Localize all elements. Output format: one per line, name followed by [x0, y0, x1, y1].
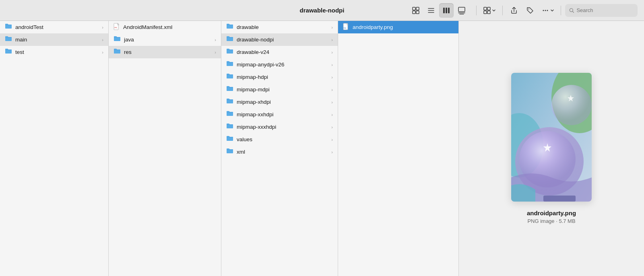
chevron-icon: › — [331, 87, 333, 92]
svg-text:PNG: PNG — [344, 27, 346, 29]
file-row[interactable]: res› — [109, 46, 221, 58]
svg-rect-35 — [543, 196, 576, 202]
folder-icon — [226, 48, 233, 56]
file-name: androidTest — [15, 24, 100, 30]
titlebar: drawable-nodpi — [0, 0, 644, 21]
svg-rect-16 — [487, 11, 490, 14]
file-row[interactable]: PNG androidparty.png — [338, 21, 458, 33]
chevron-icon: › — [102, 25, 103, 30]
file-row[interactable]: drawable-nodpi› — [221, 33, 338, 46]
folder-icon — [226, 23, 233, 31]
file-row[interactable]: java› — [109, 33, 221, 46]
svg-rect-13 — [484, 7, 487, 10]
svg-rect-10 — [458, 7, 465, 12]
view-gallery-button[interactable] — [454, 3, 469, 18]
tag-button[interactable] — [523, 3, 537, 18]
svg-point-32 — [551, 85, 592, 125]
svg-rect-9 — [448, 8, 450, 13]
file-name: mipmap-mdpi — [237, 87, 330, 93]
search-input[interactable] — [576, 7, 634, 13]
chevron-icon: › — [102, 50, 103, 55]
folder-icon — [226, 135, 233, 144]
file-name: res — [124, 49, 213, 55]
svg-point-20 — [547, 10, 548, 11]
svg-rect-8 — [446, 8, 447, 13]
folder-icon — [5, 48, 12, 56]
file-row[interactable]: mipmap-xhdpi› — [221, 96, 338, 108]
folder-icon — [226, 98, 233, 106]
svg-rect-14 — [487, 7, 490, 10]
preview-filename: androidparty.png — [527, 210, 576, 216]
svg-rect-1 — [416, 7, 419, 10]
file-name: mipmap-xhdpi — [237, 99, 330, 105]
more-button[interactable] — [539, 3, 557, 18]
view-mode-group — [409, 3, 469, 18]
file-name: java — [124, 37, 213, 43]
chevron-icon: › — [331, 112, 333, 117]
chevron-icon: › — [331, 137, 333, 142]
file-name: drawable-nodpi — [237, 37, 330, 43]
share-button[interactable] — [507, 3, 521, 18]
preview-image-container — [511, 73, 592, 202]
chevron-icon: › — [102, 37, 103, 42]
file-name: xml — [237, 149, 330, 155]
folder-icon — [5, 35, 12, 44]
view-list-button[interactable] — [424, 3, 438, 18]
file-row[interactable]: mipmap-mdpi› — [221, 83, 338, 96]
chevron-icon: › — [331, 50, 333, 55]
file-row[interactable]: androidTest› — [0, 21, 108, 33]
folder-icon — [226, 148, 233, 156]
folder-icon — [114, 48, 121, 56]
view-columns-button[interactable] — [439, 3, 454, 18]
chevron-icon: › — [331, 150, 333, 154]
svg-rect-2 — [413, 11, 415, 14]
svg-rect-15 — [484, 11, 487, 14]
chevron-icon: › — [331, 25, 333, 30]
file-name: test — [15, 49, 100, 55]
folder-icon — [226, 110, 233, 119]
preview-panel: androidparty.png PNG image · 5.7 MB — [459, 21, 644, 276]
file-row[interactable]: test› — [0, 46, 108, 58]
file-name: AndroidManifest.xml — [123, 24, 216, 30]
png-file-icon: PNG — [343, 23, 349, 31]
preview-meta: PNG image · 5.7 MB — [527, 218, 575, 224]
file-row[interactable]: mipmap-hdpi› — [221, 71, 338, 83]
chevron-icon: › — [215, 50, 216, 55]
separator-2 — [502, 6, 503, 15]
file-row[interactable]: xml› — [221, 146, 338, 158]
file-name: drawable — [237, 24, 330, 30]
svg-point-19 — [545, 10, 546, 11]
column-3: drawable› drawable-nodpi› drawable-v24› … — [221, 21, 338, 276]
file-row[interactable]: main› — [0, 33, 108, 46]
group-button[interactable] — [481, 3, 498, 18]
preview-image — [511, 73, 592, 202]
search-box — [565, 4, 638, 17]
chevron-icon: › — [331, 100, 333, 105]
window-title: drawable-nodpi — [300, 7, 345, 14]
file-name: mipmap-anydpi-v26 — [237, 62, 330, 68]
separator-1 — [476, 6, 477, 15]
svg-point-17 — [528, 8, 529, 9]
folder-icon — [226, 123, 233, 131]
view-grid-button[interactable] — [409, 3, 423, 18]
file-row[interactable]: mipmap-xxhdpi› — [221, 108, 338, 121]
search-icon — [569, 8, 574, 13]
file-name: drawable-v24 — [237, 49, 330, 55]
file-row[interactable]: XML AndroidManifest.xml — [109, 21, 221, 33]
file-row[interactable]: mipmap-anydpi-v26› — [221, 58, 338, 71]
xml-file-icon: XML — [114, 23, 120, 31]
file-row[interactable]: mipmap-xxxhdpi› — [221, 121, 338, 133]
toolbar — [409, 3, 638, 18]
folder-icon — [114, 35, 121, 44]
chevron-icon: › — [331, 62, 333, 67]
column-1: androidTest› main› test› — [0, 21, 109, 276]
file-row[interactable]: drawable-v24› — [221, 46, 338, 58]
file-name: main — [15, 37, 100, 43]
file-row[interactable]: drawable› — [221, 21, 338, 33]
file-name: mipmap-xxhdpi — [237, 111, 330, 117]
file-row[interactable]: values› — [221, 133, 338, 146]
chevron-icon: › — [331, 125, 333, 130]
svg-rect-3 — [416, 11, 419, 14]
column-2: XML AndroidManifest.xml java› res› — [109, 21, 221, 276]
folder-icon — [226, 85, 233, 94]
